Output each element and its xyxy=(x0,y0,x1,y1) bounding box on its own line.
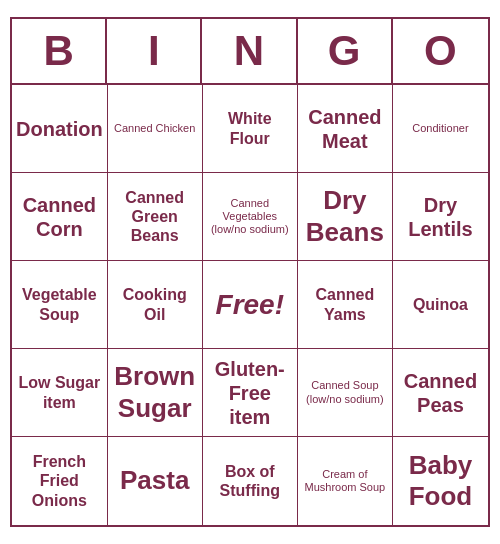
cell-text: Canned Meat xyxy=(302,105,388,153)
bingo-cell[interactable]: Canned Chicken xyxy=(108,85,203,173)
cell-text: Donation xyxy=(16,117,103,141)
header-letter: O xyxy=(393,19,488,83)
bingo-cell[interactable]: Dry Beans xyxy=(298,173,393,261)
bingo-cell[interactable]: Gluten-Free item xyxy=(203,349,298,437)
cell-text: Dry Lentils xyxy=(397,193,484,241)
bingo-cell[interactable]: Canned Meat xyxy=(298,85,393,173)
cell-text: Brown Sugar xyxy=(112,361,198,423)
bingo-cell[interactable]: Dry Lentils xyxy=(393,173,488,261)
bingo-cell[interactable]: Quinoa xyxy=(393,261,488,349)
cell-text: Canned Peas xyxy=(397,369,484,417)
bingo-cell[interactable]: Donation xyxy=(12,85,108,173)
bingo-cell[interactable]: Cooking Oil xyxy=(108,261,203,349)
bingo-cell[interactable]: Canned Vegetables (low/no sodium) xyxy=(203,173,298,261)
bingo-cell[interactable]: Brown Sugar xyxy=(108,349,203,437)
cell-text: Baby Food xyxy=(397,450,484,512)
cell-text: White Flour xyxy=(207,109,293,147)
cell-text: Conditioner xyxy=(412,122,468,135)
cell-text: Low Sugar item xyxy=(16,373,103,411)
cell-text: Canned Green Beans xyxy=(112,188,198,246)
bingo-cell[interactable]: Conditioner xyxy=(393,85,488,173)
header-letter: N xyxy=(202,19,297,83)
bingo-cell[interactable]: Vegetable Soup xyxy=(12,261,108,349)
bingo-cell[interactable]: Canned Green Beans xyxy=(108,173,203,261)
bingo-card: BINGO DonationCanned ChickenWhite FlourC… xyxy=(10,17,490,527)
bingo-cell[interactable]: Baby Food xyxy=(393,437,488,525)
cell-text: Box of Stuffing xyxy=(207,462,293,500)
bingo-cell[interactable]: Low Sugar item xyxy=(12,349,108,437)
cell-text: Canned Corn xyxy=(16,193,103,241)
cell-text: Free! xyxy=(216,288,284,322)
header-letter: I xyxy=(107,19,202,83)
cell-text: Cream of Mushroom Soup xyxy=(302,468,388,494)
cell-text: French Fried Onions xyxy=(16,452,103,510)
header-letter: G xyxy=(298,19,393,83)
bingo-grid: DonationCanned ChickenWhite FlourCanned … xyxy=(12,85,488,525)
bingo-cell[interactable]: Cream of Mushroom Soup xyxy=(298,437,393,525)
cell-text: Canned Vegetables (low/no sodium) xyxy=(207,197,293,237)
cell-text: Canned Yams xyxy=(302,285,388,323)
cell-text: Pasta xyxy=(120,465,189,496)
bingo-cell[interactable]: Free! xyxy=(203,261,298,349)
bingo-cell[interactable]: White Flour xyxy=(203,85,298,173)
bingo-cell[interactable]: Canned Peas xyxy=(393,349,488,437)
cell-text: Gluten-Free item xyxy=(207,357,293,429)
bingo-cell[interactable]: Canned Soup (low/no sodium) xyxy=(298,349,393,437)
cell-text: Dry Beans xyxy=(302,185,388,247)
cell-text: Canned Chicken xyxy=(114,122,195,135)
cell-text: Canned Soup (low/no sodium) xyxy=(302,379,388,405)
bingo-cell[interactable]: Canned Corn xyxy=(12,173,108,261)
header-letter: B xyxy=(12,19,107,83)
bingo-cell[interactable]: Canned Yams xyxy=(298,261,393,349)
cell-text: Vegetable Soup xyxy=(16,285,103,323)
bingo-cell[interactable]: French Fried Onions xyxy=(12,437,108,525)
bingo-header: BINGO xyxy=(12,19,488,85)
cell-text: Cooking Oil xyxy=(112,285,198,323)
bingo-cell[interactable]: Box of Stuffing xyxy=(203,437,298,525)
bingo-cell[interactable]: Pasta xyxy=(108,437,203,525)
cell-text: Quinoa xyxy=(413,295,468,314)
